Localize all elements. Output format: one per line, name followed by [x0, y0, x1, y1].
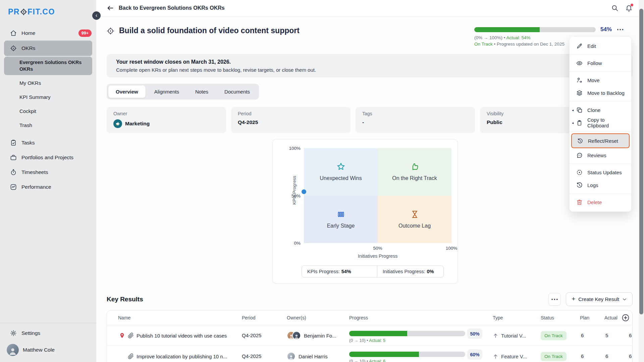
brand-text-post: FIT.CO [28, 7, 55, 16]
table-header-row: Name Period Owner(s) Progress Type Statu… [107, 311, 632, 325]
bell-icon[interactable] [625, 4, 633, 12]
sidebar-subitem-my-okrs[interactable]: My OKRs [0, 76, 96, 90]
column-header-owners[interactable]: Owner(s) [287, 315, 349, 320]
sidebar-item-label: Performance [21, 184, 51, 190]
menu-item-move-to-backlog[interactable]: Move to Backlog [570, 86, 631, 99]
main-area: Back to Evergreen Solutions OKRs OKRs Bu… [96, 0, 639, 362]
quadrant-unexpected-wins: Unexpected Wins [304, 148, 378, 196]
sidebar: PR FIT.CO Home 99+ OKRs Evergreen Soluti… [0, 0, 96, 362]
objective-progress-fill [474, 27, 540, 32]
column-header-period[interactable]: Period [242, 315, 287, 320]
key-results-kebab-button[interactable]: ⋯ [548, 293, 561, 306]
sidebar-footer: Settings Matthew Cole [0, 323, 96, 362]
objective-range: (0% → 100%) • [474, 35, 505, 40]
create-key-result-button[interactable]: + Create Key Result [566, 292, 633, 306]
menu-item-edit[interactable]: Edit [570, 40, 631, 52]
sidebar-item-performance[interactable]: Performance [0, 180, 96, 194]
column-header-progress[interactable]: Progress [349, 315, 493, 320]
sidebar-subitem-kpi-summary[interactable]: KPI Summary [0, 90, 96, 104]
sidebar-item-timesheets[interactable]: Timesheets [0, 165, 96, 180]
menu-item-reflect-reset[interactable]: Reflect/Reset [571, 133, 630, 148]
tab-notes[interactable]: Notes [188, 85, 216, 98]
divider [570, 71, 631, 72]
sidebar-item-okrs[interactable]: OKRs [4, 41, 92, 56]
sidebar-collapse-button[interactable]: ‹ [92, 11, 101, 20]
column-header-status[interactable]: Status [541, 315, 580, 320]
add-column-icon[interactable] [622, 314, 630, 322]
paperclip-icon [128, 353, 137, 359]
tab-documents[interactable]: Documents [217, 85, 257, 98]
alert-body: Complete open KRs or plan next steps mov… [116, 67, 623, 73]
brand-text-pre: PR [8, 7, 20, 16]
user-profile[interactable]: Matthew Cole [0, 341, 96, 358]
visibility-value: Public [487, 119, 502, 125]
divider [570, 193, 631, 194]
menu-item-logs[interactable]: Logs [570, 179, 631, 191]
table-row[interactable]: Publish 10 tutorial videos with use case… [107, 325, 632, 346]
sidebar-subitem-evergreen-okrs[interactable]: Evergreen Solutions OKRs OKRs [4, 57, 92, 75]
kr-range: (0 → 10) • [349, 359, 368, 362]
column-header-type[interactable]: Type [493, 315, 541, 320]
key-result-period: Q4-2025 [242, 346, 287, 362]
menu-item-follow[interactable]: Follow [570, 57, 631, 69]
owner-name: Daniel Harris [299, 354, 328, 359]
menu-item-clone[interactable]: ◂ Clone [570, 104, 631, 116]
card-label: Period [238, 111, 344, 116]
owner-name: Benjamin Fo... [304, 333, 336, 339]
search-icon[interactable] [611, 4, 619, 12]
sidebar-item-settings[interactable]: Settings [0, 326, 96, 341]
menu-item-copy-to-clipboard[interactable]: ◂ Copy to Clipboard [570, 116, 631, 129]
menu-item-status-updates[interactable]: Status Updates [570, 166, 631, 179]
sidebar-item-label: OKRs [21, 45, 35, 51]
kr-actual-value: 6 [604, 346, 622, 362]
menu-item-move[interactable]: Move [570, 74, 631, 86]
menu-item-reviews[interactable]: Reviews [570, 149, 631, 162]
tab-overview[interactable]: Overview [108, 85, 146, 98]
kr-actual: Actual: 6 [369, 359, 385, 362]
back-arrow-icon [107, 4, 114, 12]
column-header-actual[interactable]: Actual [604, 315, 622, 320]
collapse-chevron-icon: ‹ [96, 12, 97, 18]
gear-icon [10, 330, 17, 337]
kr-actual: Actual: 5 [369, 338, 385, 343]
sidebar-item-portfolios[interactable]: Portfolios and Projects [0, 150, 96, 165]
initiatives-progress-value: 0% [427, 269, 434, 274]
quadrant-label: Outcome Lag [398, 223, 431, 229]
kr-type: Feature V... [501, 354, 527, 359]
sidebar-subitem-trash[interactable]: Trash [0, 118, 96, 132]
column-header-name[interactable]: Name [107, 315, 242, 320]
sidebar-item-label: Timesheets [21, 169, 48, 175]
sidebar-item-home[interactable]: Home 99+ [0, 26, 96, 41]
briefcase-icon [10, 154, 17, 161]
back-link-label: Back to Evergreen Solutions OKRs OKRs [119, 5, 225, 11]
quadrant-label: Unexpected Wins [320, 175, 362, 181]
back-link[interactable]: Back to Evergreen Solutions OKRs OKRs [107, 4, 225, 12]
objective-progress-bar [474, 27, 596, 32]
divider [570, 54, 631, 55]
chart-summary: KPIs Progress: 54% Initiatives Progress:… [302, 265, 444, 278]
user-name: Matthew Cole [23, 347, 55, 353]
target-icon [10, 45, 17, 52]
plus-icon: + [572, 295, 575, 303]
kr-range: (0 → 10) • [349, 338, 368, 343]
move-user-icon [576, 77, 583, 83]
content: Build a solid foundation of video conten… [96, 26, 639, 362]
objective-kebab-menu-icon[interactable]: ⋯ [616, 27, 624, 32]
key-result-name[interactable]: Publish 10 tutorial videos with use case… [137, 333, 227, 339]
column-header-plan[interactable]: Plan [580, 315, 604, 320]
sidebar-item-tasks[interactable]: Tasks [0, 135, 96, 150]
y-axis-label: KPIs Progress [292, 176, 297, 204]
kr-type: Tutorial V... [501, 333, 526, 339]
sidebar-subitem-cockpit[interactable]: Cockpit [0, 104, 96, 118]
key-result-name[interactable]: Improve localization by publishing 10 n.… [137, 354, 227, 359]
card-label: Tags [362, 111, 468, 116]
menu-item-delete[interactable]: Delete [570, 196, 631, 208]
tab-alignments[interactable]: Alignments [147, 85, 186, 98]
scrollbar-thumb[interactable] [639, 9, 643, 314]
table-row[interactable]: Improve localization by publishing 10 n.… [107, 346, 632, 362]
objective-updated-text: • Progress updated on Dec 1, 2025 [494, 42, 565, 47]
clipboard-check-icon [10, 139, 17, 146]
kr-progress-fill [349, 331, 407, 336]
page-scrollbar[interactable] [639, 0, 644, 362]
progress-quadrant-chart: KPIs Progress 100% 50% 0% Unexpected Win… [272, 139, 458, 284]
